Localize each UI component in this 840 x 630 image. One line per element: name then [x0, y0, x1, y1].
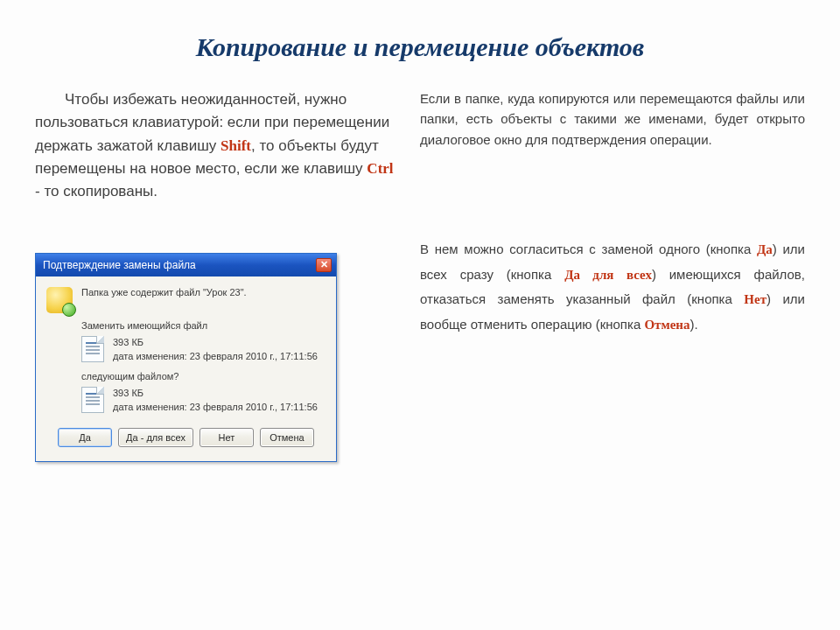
yes-button[interactable]: Да: [58, 428, 112, 447]
cancel-button[interactable]: Отмена: [260, 428, 314, 447]
keyword-shift: Shift: [220, 137, 251, 154]
file-date: дата изменения: 23 февраля 2010 г., 17:1…: [113, 401, 318, 415]
keyword-ctrl: Ctrl: [367, 160, 393, 177]
no-button[interactable]: Нет: [200, 428, 254, 447]
text: ).: [690, 317, 697, 332]
keyword-no: Нет: [744, 292, 766, 306]
right-paragraph-2: В нем можно согласиться с заменой одного…: [420, 237, 805, 338]
folder-copy-icon: [46, 287, 73, 313]
close-icon[interactable]: ✕: [316, 258, 332, 272]
file-icon: [81, 387, 104, 413]
confirm-replace-dialog: Подтверждение замены файла ✕ Папка уже с…: [35, 253, 337, 463]
dialog-message: Папка уже содержит файл "Урок 23".: [81, 287, 247, 298]
dialog-question-2: следующим файлом?: [81, 371, 326, 382]
left-paragraph: Чтобы избежать неожиданностей, нужно пол…: [35, 88, 394, 204]
dialog-question-1: Заменить имеющийся файл: [81, 320, 326, 331]
file-size: 393 КБ: [113, 387, 318, 401]
yes-all-button[interactable]: Да - для всех: [118, 428, 193, 447]
slide-title: Копирование и перемещение объектов: [66, 30, 774, 64]
file-size: 393 КБ: [113, 336, 318, 350]
dialog-titlebar[interactable]: Подтверждение замены файла ✕: [36, 254, 336, 276]
keyword-yes: Да: [757, 242, 773, 256]
file-icon: [81, 336, 104, 362]
file-date: дата изменения: 23 февраля 2010 г., 17:1…: [113, 350, 318, 364]
text: В нем можно согласиться с заменой одного…: [420, 242, 757, 256]
keyword-yes-all: Да для всех: [564, 268, 652, 282]
text: - то скопированы.: [35, 183, 158, 200]
keyword-cancel: Отмена: [644, 318, 690, 332]
text: Если в папке, куда копируются или переме…: [420, 91, 805, 147]
dialog-title-text: Подтверждение замены файла: [43, 259, 196, 271]
right-paragraph-1: Если в папке, куда копируются или переме…: [420, 88, 805, 150]
